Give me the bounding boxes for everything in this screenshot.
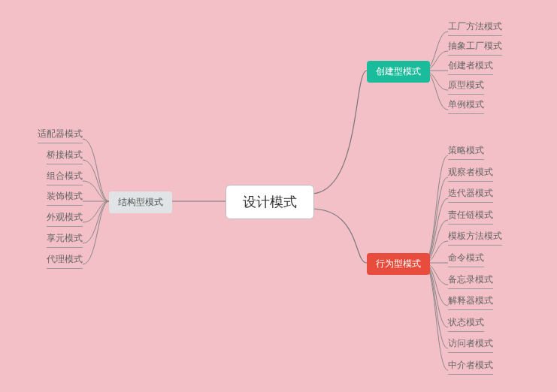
root-label: 设计模式	[243, 194, 297, 210]
leaf-behavioral-1[interactable]: 观察者模式	[448, 166, 493, 182]
leaf-creational-4[interactable]: 单例模式	[448, 98, 484, 114]
leaf-structural-1[interactable]: 桥接模式	[47, 149, 83, 164]
root-node[interactable]: 设计模式	[226, 185, 314, 219]
leaf-behavioral-7[interactable]: 解释器模式	[448, 294, 493, 310]
leaf-structural-6[interactable]: 代理模式	[47, 253, 83, 269]
leaf-structural-3[interactable]: 装饰模式	[47, 190, 83, 206]
leaf-creational-0[interactable]: 工厂方法模式	[448, 20, 502, 36]
branch-structural[interactable]: 结构型模式	[109, 191, 172, 213]
leaf-behavioral-10[interactable]: 中介者模式	[448, 359, 493, 375]
leaf-structural-4[interactable]: 外观模式	[47, 211, 83, 227]
branch-structural-label: 结构型模式	[118, 197, 163, 207]
branch-creational[interactable]: 创建型模式	[367, 61, 430, 83]
leaf-creational-3[interactable]: 原型模式	[448, 79, 484, 95]
leaf-creational-2[interactable]: 创建者模式	[448, 59, 493, 75]
leaf-structural-2[interactable]: 组合模式	[47, 170, 83, 185]
leaf-behavioral-5[interactable]: 命令模式	[448, 252, 484, 267]
leaf-creational-1[interactable]: 抽象工厂模式	[448, 40, 502, 56]
leaf-behavioral-0[interactable]: 策略模式	[448, 144, 484, 160]
leaf-behavioral-3[interactable]: 责任链模式	[448, 209, 493, 225]
leaf-behavioral-4[interactable]: 模板方法模式	[448, 230, 502, 246]
leaf-structural-0[interactable]: 适配器模式	[38, 128, 83, 143]
leaf-behavioral-9[interactable]: 访问者模式	[448, 337, 493, 353]
branch-behavioral[interactable]: 行为型模式	[367, 253, 430, 275]
leaf-behavioral-2[interactable]: 迭代器模式	[448, 187, 493, 203]
leaf-behavioral-8[interactable]: 状态模式	[448, 316, 484, 332]
leaf-structural-5[interactable]: 享元模式	[47, 232, 83, 248]
branch-behavioral-label: 行为型模式	[376, 258, 421, 269]
branch-creational-label: 创建型模式	[376, 66, 421, 77]
leaf-behavioral-6[interactable]: 备忘录模式	[448, 273, 493, 289]
